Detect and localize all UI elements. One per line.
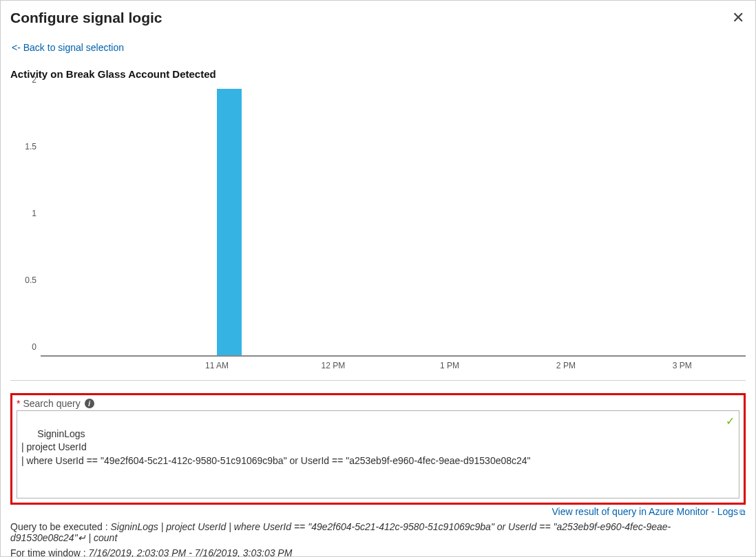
chart-y-tick: 2 [32,75,36,85]
back-to-signal-selection-link[interactable]: <- Back to signal selection [12,42,124,53]
view-result-link[interactable]: View result of query in Azure Monitor - … [10,506,746,517]
required-star: * [17,398,20,409]
chart-y-tick: 1.5 [25,142,36,151]
alert-title: Activity on Break Glass Account Detected [10,68,746,80]
panel-header: Configure signal logic ✕ [10,9,746,27]
search-query-label-row: * Search query i [17,398,739,409]
chart-x-tick: 12 PM [322,361,346,370]
chart-area: 00.511.52 [10,83,746,357]
query-to-be-executed: Query to be executed : SigninLogs | proj… [10,521,746,543]
search-query-section: * Search query i SigninLogs | project Us… [10,393,746,505]
chart-plot [41,83,746,357]
info-icon[interactable]: i [85,399,94,408]
chart-x-tick: 3 PM [673,361,692,370]
chart-y-tick: 0 [32,342,36,352]
signal-logic-panel: Configure signal logic ✕ <- Back to sign… [0,0,756,557]
chart-x-axis: 11 AM12 PM1 PM2 PM3 PM [41,357,746,377]
panel-title: Configure signal logic [10,10,162,26]
chart-bar [217,89,242,356]
chart-container: 00.511.52 11 AM12 PM1 PM2 PM3 PM [10,83,746,381]
time-window: For time window : 7/16/2019, 2:03:03 PM … [10,547,746,557]
view-result-link-text: View result of query in Azure Monitor - … [552,506,738,517]
executed-prefix: Query to be executed : [10,521,111,532]
search-query-input[interactable]: SigninLogs | project UserId | where User… [17,410,739,498]
time-window-value: 7/16/2019, 2:03:03 PM - 7/16/2019, 3:03:… [89,547,293,557]
chart-x-tick: 1 PM [440,361,459,370]
time-window-prefix: For time window : [10,547,89,557]
chart-x-tick: 2 PM [556,361,576,370]
chart-y-axis: 00.511.52 [10,83,41,357]
chart-x-tick: 11 AM [205,361,229,370]
search-query-label: Search query [23,398,80,409]
external-link-icon: ⧉ [739,507,746,517]
close-icon[interactable]: ✕ [731,9,746,27]
valid-check-icon: ✓ [726,414,735,429]
search-query-text: SigninLogs | project UserId | where User… [21,428,531,466]
chart-y-tick: 0.5 [25,275,36,285]
chart-y-tick: 1 [32,209,36,218]
